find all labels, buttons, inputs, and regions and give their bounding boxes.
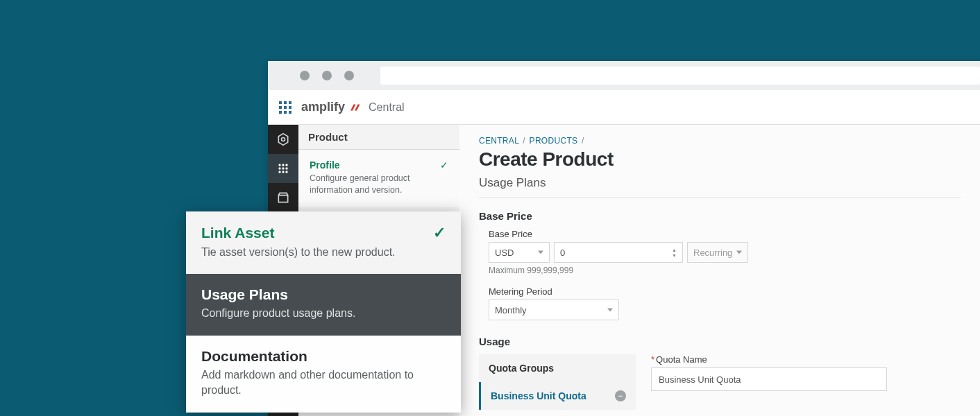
base-price-label: Base Price bbox=[489, 229, 961, 239]
step-desc: Tie asset version(s) to the new product. bbox=[201, 245, 446, 260]
step-title: Link Asset bbox=[201, 225, 274, 241]
url-bar[interactable] bbox=[380, 67, 980, 85]
chevron-down-icon bbox=[607, 309, 613, 312]
step-profile[interactable]: Profile ✓ Configure general product info… bbox=[298, 150, 459, 207]
brand-logo-icon bbox=[348, 101, 361, 114]
svg-point-9 bbox=[285, 171, 287, 173]
rail-item-settings[interactable] bbox=[268, 125, 298, 154]
step-link-asset[interactable]: Link Asset ✓ Tie asset version(s) to the… bbox=[186, 211, 461, 274]
traffic-light-minimize[interactable] bbox=[322, 71, 332, 80]
breadcrumb-central[interactable]: CENTRAL bbox=[479, 136, 519, 146]
chevron-down-icon bbox=[736, 251, 742, 254]
step-desc: Configure product usage plans. bbox=[201, 306, 446, 321]
quota-name-label: *Quota Name bbox=[651, 354, 961, 365]
metering-value: Monthly bbox=[495, 305, 527, 315]
storefront-icon bbox=[276, 191, 290, 205]
grid-icon bbox=[276, 162, 290, 175]
svg-point-2 bbox=[282, 164, 284, 166]
quota-group-name: Business Unit Quota bbox=[491, 390, 586, 401]
traffic-light-zoom[interactable] bbox=[344, 71, 354, 80]
svg-point-1 bbox=[278, 164, 280, 166]
traffic-light-close[interactable] bbox=[300, 71, 310, 80]
stepper-up-icon[interactable]: ▲ bbox=[672, 248, 677, 252]
svg-point-3 bbox=[285, 164, 287, 166]
content-area: CENTRAL / PRODUCTS / Create Product Usag… bbox=[459, 125, 980, 416]
step-title: Profile bbox=[310, 159, 340, 171]
step-desc: Add markdown and other documentation to … bbox=[201, 367, 446, 399]
usage-heading: Usage bbox=[479, 336, 961, 347]
app-name: Central bbox=[369, 101, 405, 114]
brand: amplify Central bbox=[301, 100, 405, 114]
price-type-select[interactable]: Recurring bbox=[687, 242, 748, 263]
breadcrumb-sep: / bbox=[582, 136, 584, 146]
base-price-group: Base Price USD 0 ▲ ▼ Recurring bbox=[479, 229, 961, 320]
price-helper: Maximum 999,999,999 bbox=[489, 266, 961, 275]
step-desc: Configure general product information an… bbox=[310, 173, 448, 196]
stepper[interactable]: ▲ ▼ bbox=[668, 248, 681, 258]
page-title: Create Product bbox=[479, 148, 961, 171]
breadcrumb: CENTRAL / PRODUCTS / bbox=[479, 136, 961, 146]
svg-point-7 bbox=[278, 171, 280, 173]
brand-name: amplify bbox=[301, 100, 345, 114]
svg-point-4 bbox=[278, 167, 280, 169]
price-value: 0 bbox=[560, 248, 565, 258]
app-top-bar: amplify Central bbox=[268, 90, 980, 125]
metering-select[interactable]: Monthly bbox=[489, 300, 619, 320]
required-indicator: * bbox=[651, 354, 654, 365]
chevron-down-icon bbox=[538, 251, 543, 254]
breadcrumb-sep: / bbox=[523, 136, 525, 146]
base-price-heading: Base Price bbox=[479, 210, 961, 222]
currency-value: USD bbox=[495, 248, 514, 258]
svg-point-5 bbox=[282, 167, 284, 169]
page-subtitle: Usage Plans bbox=[479, 176, 961, 198]
check-icon: ✓ bbox=[433, 224, 446, 242]
quota-name-input[interactable] bbox=[651, 367, 887, 391]
currency-select[interactable]: USD bbox=[489, 242, 550, 263]
check-icon: ✓ bbox=[440, 159, 448, 171]
browser-chrome bbox=[268, 61, 980, 90]
price-input[interactable]: 0 ▲ ▼ bbox=[554, 242, 683, 263]
quota-form: *Quota Name bbox=[651, 354, 961, 391]
overlay-steps-panel: Link Asset ✓ Tie asset version(s) to the… bbox=[186, 211, 461, 413]
quota-group-item[interactable]: Business Unit Quota − bbox=[479, 382, 636, 410]
stepper-down-icon[interactable]: ▼ bbox=[672, 253, 677, 258]
apps-grid-icon[interactable] bbox=[279, 101, 292, 114]
step-documentation[interactable]: Documentation Add markdown and other doc… bbox=[186, 336, 461, 413]
svg-point-8 bbox=[282, 171, 284, 173]
step-title: Usage Plans bbox=[201, 286, 288, 303]
rail-item-marketplace[interactable] bbox=[268, 183, 298, 212]
step-title: Documentation bbox=[201, 348, 307, 365]
hexagon-icon bbox=[276, 132, 290, 146]
quota-groups-panel: Quota Groups Business Unit Quota − bbox=[479, 354, 636, 410]
svg-point-0 bbox=[282, 138, 285, 141]
quota-groups-header: Quota Groups bbox=[479, 354, 636, 382]
breadcrumb-products[interactable]: PRODUCTS bbox=[530, 136, 578, 146]
rail-item-apps[interactable] bbox=[268, 154, 298, 183]
step-usage-plans[interactable]: Usage Plans Configure product usage plan… bbox=[186, 274, 461, 335]
metering-label: Metering Period bbox=[489, 286, 961, 297]
price-type-value: Recurring bbox=[693, 248, 732, 258]
remove-icon[interactable]: − bbox=[615, 390, 626, 401]
panel-header: Product bbox=[298, 125, 459, 150]
svg-point-6 bbox=[285, 167, 287, 169]
